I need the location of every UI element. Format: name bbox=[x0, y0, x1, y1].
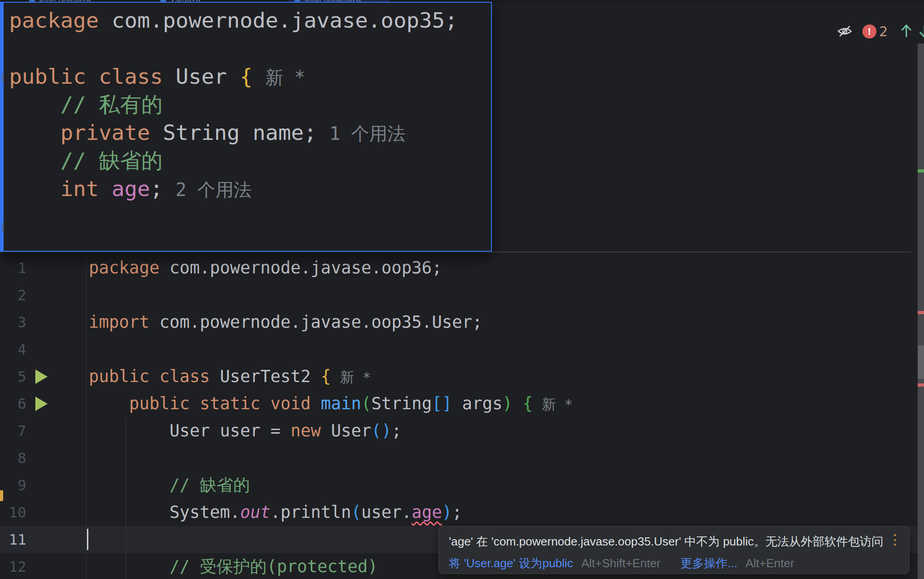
highlighting-off-eye-icon[interactable] bbox=[837, 24, 852, 38]
popup-code-line[interactable]: private String name;1 个用法 bbox=[9, 119, 489, 147]
code-token: String bbox=[371, 394, 432, 413]
error-badge-icon[interactable]: ! bbox=[862, 24, 876, 38]
scrollbar-stripe-mark[interactable] bbox=[918, 169, 924, 172]
ide-window: 123456789101112 package com.powernode.ja… bbox=[0, 0, 924, 579]
quickfix-shortcut: Alt+Shift+Enter bbox=[581, 556, 660, 570]
code-token: new bbox=[291, 421, 321, 440]
code-token: age bbox=[111, 176, 150, 201]
code-token: import bbox=[89, 312, 159, 332]
code-token: { bbox=[523, 394, 533, 413]
line-number[interactable]: 6 bbox=[0, 390, 26, 417]
more-actions-link[interactable]: 更多操作... bbox=[680, 556, 737, 570]
inspection-widget: ! 2 bbox=[837, 22, 924, 41]
line-number[interactable]: 3 bbox=[0, 309, 26, 336]
code-token: // 受保护的(protected) bbox=[89, 557, 378, 576]
inlay-hint[interactable]: 新 * bbox=[265, 67, 305, 88]
quickfix-link[interactable]: 将 'User.age' 设为public bbox=[449, 556, 573, 570]
quickfix-row: 将 'User.age' 设为publicAlt+Shift+Enter更多操作… bbox=[449, 555, 794, 571]
inlay-hint[interactable]: 2 个用法 bbox=[176, 179, 252, 200]
code-token: com.powernode.javase.oop36; bbox=[169, 258, 442, 278]
code-token: System. bbox=[89, 502, 240, 522]
editor-scrollbar[interactable] bbox=[918, 43, 924, 579]
code-token: com.powernode.javase.oop35.User; bbox=[159, 312, 482, 332]
code-token: user. bbox=[361, 502, 411, 522]
line-number[interactable]: 4 bbox=[0, 336, 26, 363]
line-number[interactable]: 8 bbox=[0, 445, 26, 472]
pane-separator bbox=[0, 252, 911, 253]
code-token bbox=[89, 394, 129, 413]
line-number[interactable]: 2 bbox=[0, 282, 26, 309]
run-gutter-icon[interactable] bbox=[35, 369, 48, 384]
code-token: args bbox=[452, 394, 502, 413]
kebab-menu-icon[interactable]: ⋮ bbox=[888, 532, 902, 547]
popup-code-line[interactable]: // 缺省的 bbox=[9, 147, 489, 175]
line-number[interactable]: 1 bbox=[0, 254, 26, 282]
scrollbar-stripe-mark[interactable] bbox=[918, 311, 924, 314]
error-tooltip: 'age' 在 'com.powernode.javase.oop35.User… bbox=[438, 526, 910, 574]
code-token: out bbox=[240, 502, 270, 522]
code-token: public static void bbox=[129, 394, 321, 413]
code-token: String bbox=[163, 120, 253, 145]
code-token: int bbox=[9, 176, 111, 201]
inlay-hint[interactable]: 新 * bbox=[542, 396, 573, 412]
code-token: ; bbox=[452, 502, 462, 522]
code-token: // 缺省的 bbox=[89, 475, 250, 495]
code-line[interactable]: public class UserTest2 {新 * bbox=[89, 363, 371, 390]
code-token: ( bbox=[351, 502, 361, 522]
code-token: { bbox=[240, 64, 252, 89]
popup-code-line[interactable]: // 私有的 bbox=[9, 91, 489, 119]
code-line[interactable]: import com.powernode.javase.oop35.User; bbox=[89, 309, 482, 336]
code-token: UserTest2 bbox=[220, 367, 321, 386]
popup-code-line[interactable] bbox=[9, 34, 489, 62]
popup-gutter-fragment bbox=[2, 223, 4, 232]
popup-code-line[interactable]: int age;2 个用法 bbox=[9, 175, 489, 203]
popup-code[interactable]: package com.powernode.javase.oop35;publi… bbox=[9, 6, 489, 249]
more-actions-shortcut: Alt+Enter bbox=[746, 556, 794, 570]
code-token: package bbox=[89, 258, 169, 278]
code-token: [] bbox=[432, 394, 452, 413]
code-token: name; bbox=[253, 120, 317, 145]
line-number[interactable]: 10 bbox=[0, 499, 26, 526]
code-token: () bbox=[371, 421, 392, 440]
code-token: ) bbox=[502, 394, 512, 413]
line-number[interactable]: 11 bbox=[0, 526, 26, 553]
inlay-hint[interactable]: 新 * bbox=[340, 369, 371, 385]
code-token: User bbox=[176, 64, 240, 89]
code-token: User bbox=[321, 421, 371, 440]
peek-definition-popup: package com.powernode.javase.oop35;publi… bbox=[0, 2, 492, 252]
error-message: 'age' 在 'com.powernode.javase.oop35.User… bbox=[449, 534, 883, 550]
code-token: ) bbox=[442, 502, 452, 522]
line-number[interactable]: 9 bbox=[0, 472, 26, 499]
line-number[interactable]: 5 bbox=[0, 363, 26, 390]
java-class-icon bbox=[294, 0, 300, 2]
code-line[interactable]: User user = new User(); bbox=[89, 417, 402, 445]
popup-code-line[interactable]: public class User {新 * bbox=[9, 62, 489, 91]
line-number[interactable]: 7 bbox=[0, 417, 26, 445]
code-token: private bbox=[9, 120, 163, 145]
java-class-icon bbox=[160, 0, 166, 2]
error-token: age bbox=[412, 502, 442, 522]
next-error-arrow-icon[interactable] bbox=[918, 24, 924, 39]
code-token: package bbox=[9, 8, 111, 33]
line-number[interactable]: 12 bbox=[0, 553, 26, 579]
code-line[interactable]: // 缺省的 bbox=[89, 472, 250, 499]
error-count: 2 bbox=[879, 24, 888, 39]
code-line[interactable]: // 受保护的(protected) bbox=[89, 553, 378, 579]
inlay-hint[interactable]: 1 个用法 bbox=[329, 123, 405, 144]
code-line[interactable]: package com.powernode.javase.oop36; bbox=[89, 254, 442, 282]
java-class-icon bbox=[29, 0, 35, 2]
previous-error-arrow-icon[interactable] bbox=[900, 24, 913, 39]
gutter-separator bbox=[86, 253, 87, 579]
code-token: ( bbox=[361, 394, 371, 413]
code-token: public class bbox=[9, 64, 176, 89]
scrollbar-stripe-mark[interactable] bbox=[918, 383, 924, 387]
code-token: main bbox=[321, 394, 361, 413]
run-gutter-icon[interactable] bbox=[35, 397, 48, 411]
scrollbar-thumb[interactable] bbox=[918, 345, 924, 379]
code-line[interactable]: public static void main(String[] args) {… bbox=[89, 390, 573, 417]
code-token: com.powernode.javase.oop35; bbox=[111, 8, 457, 33]
code-token: .println bbox=[270, 502, 351, 522]
code-line[interactable]: System.out.println(user.age); bbox=[89, 499, 462, 526]
popup-code-line[interactable]: package com.powernode.javase.oop35; bbox=[9, 6, 489, 34]
popup-gutter-fragment bbox=[2, 73, 4, 82]
